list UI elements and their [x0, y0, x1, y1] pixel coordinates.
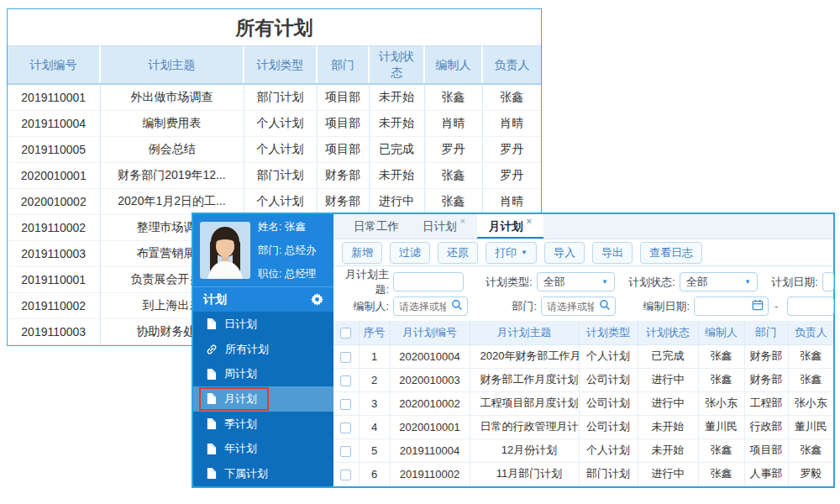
creator-filter-label: 编制人: — [335, 299, 389, 314]
cell-status: 未开始 — [638, 438, 698, 462]
tab-day-plan[interactable]: 日计划× — [411, 214, 477, 239]
sidebar-item-quarter-plan[interactable]: 季计划 — [193, 412, 333, 437]
bg-cell: 部门计划 — [244, 162, 317, 188]
cell-creator[interactable]: 董川民 — [698, 415, 744, 438]
cell-status: 进行中 — [638, 462, 698, 486]
plan-status-select[interactable]: 全部 ▼ — [680, 272, 758, 291]
bg-cell: 例会总结 — [100, 136, 244, 162]
row-checkbox[interactable] — [340, 352, 351, 363]
cell-owner[interactable]: 罗毅 — [788, 462, 833, 486]
sidebar-item-subordinate-plan[interactable]: 下属计划 — [193, 461, 333, 486]
table-row: 32020010002工程项目部月度计划公司计划进行中张小东工程部张小东 — [333, 391, 833, 415]
bg-column-header: 负责人 — [482, 46, 541, 84]
cell-creator[interactable]: 张鑫 — [698, 438, 744, 462]
caret-down-icon: ▼ — [601, 278, 608, 286]
subject-filter-input[interactable] — [393, 272, 464, 291]
bg-cell: 未开始 — [369, 84, 424, 110]
filter-button[interactable]: 过滤 — [390, 242, 430, 264]
cell-id[interactable]: 2020010001 — [390, 415, 470, 438]
link-icon — [206, 344, 218, 355]
cell-owner[interactable]: 张鑫 — [788, 438, 833, 462]
import-button[interactable]: 导入 — [544, 242, 585, 264]
bg-cell: 张鑫 — [424, 84, 482, 110]
bg-cell: 个人计划 — [244, 110, 317, 136]
calendar-icon[interactable] — [752, 299, 764, 313]
file-icon — [206, 467, 217, 480]
cell-creator[interactable]: 张鑫 — [698, 462, 744, 486]
plan-module-window: 姓名: 张鑫 部门: 总经办 职位: 总经理 计划 日计划所有计划周计划月计划季… — [192, 213, 835, 488]
row-select-cell — [333, 462, 359, 486]
select-all-checkbox[interactable] — [340, 328, 351, 339]
cell-id[interactable]: 2019110002 — [390, 462, 470, 486]
row-checkbox[interactable] — [340, 423, 351, 433]
table-row: 42020010001日常的行政管理月计划公司计划未开始董川民行政部董川民 — [333, 415, 833, 438]
cell-owner[interactable]: 张小东 — [788, 391, 833, 415]
user-department: 部门: 总经办 — [258, 244, 316, 258]
dept-search-input[interactable] — [542, 297, 599, 315]
bg-cell: 进行中 — [369, 188, 424, 214]
cell-owner[interactable]: 张鑫 — [788, 344, 833, 368]
bg-cell: 个人计划 — [244, 188, 317, 214]
plan-date-filter-label: 计划日期: — [768, 275, 818, 290]
table-row: 20200100022020年1月2日的工...个人计划财务部进行中张鑫肖晴 — [8, 188, 541, 214]
sidebar-item-label: 所有计划 — [225, 342, 269, 357]
row-checkbox[interactable] — [340, 446, 351, 457]
row-checkbox[interactable] — [340, 375, 351, 386]
add-button[interactable]: 新增 — [342, 242, 382, 264]
cell-id[interactable]: 2020010002 — [390, 391, 470, 415]
close-icon[interactable]: × — [526, 217, 531, 226]
cell-subject[interactable]: 11月部门计划 — [470, 462, 579, 486]
cell-subject[interactable]: 日常的行政管理月计划 — [470, 415, 579, 438]
cell-id[interactable]: 2019110004 — [390, 438, 470, 462]
bg-cell: 未开始 — [369, 162, 424, 188]
row-checkbox[interactable] — [340, 470, 351, 480]
tab-month-plan[interactable]: 月计划× — [477, 214, 543, 239]
user-position: 职位: 总经理 — [258, 267, 316, 281]
bg-cell: 罗丹 — [482, 136, 541, 162]
cell-type: 个人计划 — [579, 344, 638, 368]
sidebar-item-all-plans[interactable]: 所有计划 — [193, 337, 333, 362]
cell-subject[interactable]: 财务部工作月度计划 — [470, 368, 579, 391]
created-date-end-input[interactable] — [787, 297, 834, 316]
cell-id[interactable]: 2020010003 — [390, 368, 470, 391]
cell-subject[interactable]: 工程项目部月度计划 — [470, 391, 579, 415]
created-date-start-input[interactable] — [695, 297, 752, 315]
print-button[interactable]: 打印▼ — [486, 242, 537, 264]
sidebar-item-month-plan[interactable]: 月计划 — [193, 386, 333, 412]
bg-cell: 张鑫 — [424, 162, 482, 188]
bg-cell: 2019110002 — [8, 292, 100, 318]
user-photo — [200, 222, 250, 279]
plan-date-input[interactable] — [822, 272, 834, 291]
gear-icon[interactable] — [311, 293, 323, 306]
view-log-button[interactable]: 查看日志 — [640, 242, 702, 264]
cell-creator[interactable]: 张小东 — [698, 391, 744, 415]
creator-search-input[interactable] — [394, 297, 451, 315]
created-date-box[interactable] — [694, 297, 769, 316]
search-icon[interactable] — [451, 299, 463, 313]
cell-id[interactable]: 2020010004 — [390, 344, 470, 368]
cell-creator[interactable]: 张鑫 — [698, 368, 744, 391]
reset-button[interactable]: 还原 — [438, 242, 478, 264]
sidebar-section-plan[interactable]: 计划 — [193, 286, 333, 312]
filter-row-2: 编制人: 部门: — [335, 294, 833, 318]
tab-label: 日计划 — [423, 219, 457, 234]
export-button[interactable]: 导出 — [592, 242, 633, 264]
creator-search-box[interactable] — [393, 297, 468, 316]
cell-subject[interactable]: 2020年财务部工作月... — [470, 344, 579, 368]
close-icon[interactable]: × — [460, 217, 465, 226]
sidebar-item-day-plan[interactable]: 日计划 — [193, 312, 333, 337]
main-content: 日常工作日计划×月计划× 新增过滤还原打印▼导入导出查看日志 月计划主题: 计划… — [333, 214, 833, 486]
plan-type-select[interactable]: 全部 ▼ — [537, 272, 615, 291]
row-checkbox[interactable] — [340, 399, 351, 410]
sidebar-item-week-plan[interactable]: 周计划 — [193, 361, 333, 386]
cell-owner[interactable]: 张鑫 — [788, 368, 833, 391]
dept-search-box[interactable] — [541, 297, 616, 316]
cell-owner[interactable]: 董川民 — [788, 415, 833, 438]
cell-type: 公司计划 — [579, 368, 638, 391]
sidebar-item-year-plan[interactable]: 年计划 — [193, 436, 333, 461]
tab-daily-work[interactable]: 日常工作 — [342, 214, 411, 239]
bg-column-header: 编制人 — [424, 46, 482, 84]
cell-subject[interactable]: 12月份计划 — [470, 438, 579, 462]
cell-creator[interactable]: 张鑫 — [698, 344, 744, 368]
search-icon[interactable] — [599, 299, 611, 313]
